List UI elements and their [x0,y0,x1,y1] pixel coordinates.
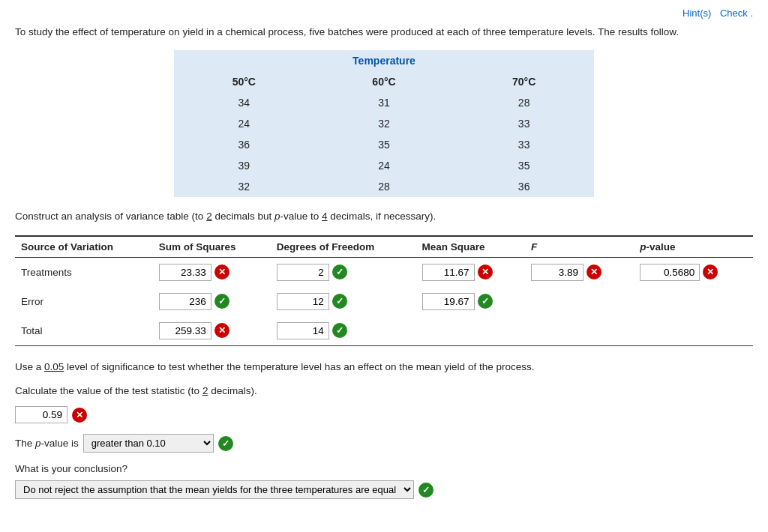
anova-label-total: Total [15,316,153,346]
col-header-70: 70°C [454,71,594,92]
treatments-ms-icon-x: ✕ [478,265,493,279]
anova-cell-error-ms: ✓ [416,287,525,316]
temp-cell: 24 [174,113,314,134]
conclusion-select[interactable]: Do not reject the assumption that the me… [15,480,414,499]
temp-cell: 36 [174,134,314,155]
check-link[interactable]: Check . [720,7,753,19]
anova-cell-error-pvalue [634,287,753,316]
anova-cell-total-pvalue [634,316,753,346]
treatments-ss-icon-x: ✕ [214,265,230,279]
conclusion-row: Do not reject the assumption that the me… [15,480,753,499]
anova-header-ss: Sum of Squares [153,236,271,258]
anova-cell-total-ms [416,316,525,346]
anova-label-treatments: Treatments [15,257,153,287]
p-decimal-count: 4 [322,211,328,222]
anova-header-df: Degrees of Freedom [271,236,416,258]
temperature-header: Temperature [174,50,594,71]
pvalue-row: The p-value is less than 0.01between 0.0… [15,434,753,453]
error-df-icon-check: ✓ [332,294,347,309]
anova-header-source: Source of Variation [15,236,153,258]
conclusion-label: What is your conclusion? [15,463,753,474]
pvalue-icon-check: ✓ [218,436,233,451]
anova-cell-treatments-df: ✓ [271,257,416,287]
anova-row-error: Error ✓ ✓ ✓ [15,287,753,316]
temp-cell: 28 [314,176,454,197]
anova-header-ms: Mean Square [416,236,525,258]
total-df-input[interactable] [277,322,329,339]
anova-cell-error-df: ✓ [271,287,416,316]
conclusion-icon-check: ✓ [418,483,434,498]
temp-cell: 35 [454,155,594,176]
temp-cell: 33 [454,134,594,155]
temp-cell: 34 [174,92,314,113]
anova-cell-total-df: ✓ [271,316,416,346]
error-ss-input[interactable] [159,293,212,310]
treatments-df-input[interactable] [277,264,329,281]
hint-link[interactable]: Hint(s) [682,7,711,19]
temp-cell: 28 [454,92,594,113]
anova-table: Source of Variation Sum of Squares Degre… [15,235,753,346]
anova-cell-treatments-f: ✕ [525,257,634,287]
top-links: Hint(s) Check . [15,7,753,19]
temp-cell: 24 [314,155,454,176]
intro-text: To study the effect of temperature on yi… [15,25,753,40]
total-df-icon-check: ✓ [332,323,347,338]
significance-text: Use a 0.05 level of significance to test… [15,360,753,375]
treatments-f-icon-x: ✕ [586,265,602,279]
significance-level: 0.05 [44,361,64,372]
treatments-ss-input[interactable] [159,264,212,281]
temp-cell: 33 [454,113,594,134]
error-ss-icon-check: ✓ [214,294,230,309]
temp-cell: 32 [174,176,314,197]
temp-cell: 39 [174,155,314,176]
col-header-50: 50°C [174,71,314,92]
treatments-ms-input[interactable] [422,264,475,281]
temperature-table-wrapper: Temperature 50°C 60°C 70°C 3431282432333… [15,50,753,197]
error-df-input[interactable] [277,293,329,310]
calc-text: Calculate the value of the test statisti… [15,384,753,399]
anova-cell-total-f [525,316,634,346]
error-ms-input[interactable] [422,293,475,310]
test-stat-input[interactable] [15,406,68,423]
total-ss-icon-x: ✕ [214,323,230,338]
temp-cell: 35 [314,134,454,155]
anova-cell-treatments-ms: ✕ [416,257,525,287]
anova-label-error: Error [15,287,153,316]
anova-cell-total-ss: ✕ [153,316,271,346]
anova-header-pvalue: p-value [634,236,753,258]
anova-row-treatments: Treatments ✕ ✓ ✕ [15,257,753,287]
treatments-pvalue-icon-x: ✕ [703,265,718,279]
test-stat-row: ✕ [15,406,753,423]
treatments-f-input[interactable] [531,264,584,281]
anova-cell-treatments-pvalue: ✕ [634,257,753,287]
col-header-60: 60°C [314,71,454,92]
treatments-pvalue-input[interactable] [640,264,700,281]
temp-cell: 36 [454,176,594,197]
total-ss-input[interactable] [159,322,212,339]
anova-row-total: Total ✕ ✓ [15,316,753,346]
anova-header-f: F [525,236,634,258]
anova-cell-error-ss: ✓ [153,287,271,316]
calc-decimals: 2 [202,385,208,396]
error-ms-icon-check: ✓ [478,294,493,309]
test-stat-icon-x: ✕ [72,408,87,423]
pvalue-label: The p-value is [15,438,79,449]
anova-cell-error-f [525,287,634,316]
pvalue-select[interactable]: less than 0.01between 0.01 and 0.025betw… [83,434,214,453]
anova-cell-treatments-ss: ✕ [153,257,271,287]
temp-cell: 31 [314,92,454,113]
decimal-count: 2 [206,211,212,222]
temperature-table: Temperature 50°C 60°C 70°C 3431282432333… [174,50,594,197]
treatments-df-icon-check: ✓ [332,265,347,279]
temp-cell: 32 [314,113,454,134]
construct-text: Construct an analysis of variance table … [15,209,753,224]
